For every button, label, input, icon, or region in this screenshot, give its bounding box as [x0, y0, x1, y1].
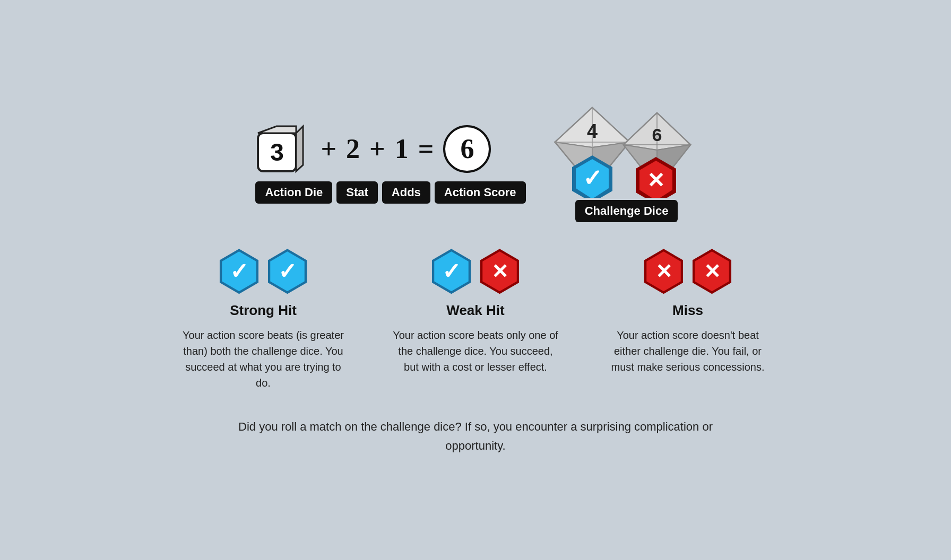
results-section: ✓ ✓ Strong Hit Your action score beats (…	[104, 249, 847, 391]
miss-icon-1: ✕	[641, 249, 686, 294]
challenge-die-2-svg: 6 ✕	[619, 110, 696, 198]
svg-text:4: 4	[587, 120, 598, 142]
plus-operator-2: +	[369, 133, 385, 164]
formula-section: 3 + 2 + 1 = 6 Action Die Stat	[255, 105, 695, 222]
strong-hit-title: Strong Hit	[230, 302, 297, 319]
svg-text:✕: ✕	[647, 169, 665, 192]
miss-column: ✕ ✕ Miss Your action score doesn't beat …	[603, 249, 773, 375]
svg-text:6: 6	[652, 125, 662, 145]
adds-number: 1	[395, 133, 409, 164]
weak-hit-icon-2: ✕	[477, 249, 522, 294]
stat-label: Stat	[336, 181, 378, 204]
main-container: 3 + 2 + 1 = 6 Action Die Stat	[104, 105, 847, 454]
weak-hit-icon-1: ✓	[429, 249, 474, 294]
stat-number: 2	[346, 133, 360, 164]
formula-row: 3 + 2 + 1 = 6	[255, 124, 491, 174]
action-score-value: 6	[460, 133, 474, 164]
weak-hit-title: Weak Hit	[446, 302, 504, 319]
labels-row: Action Die Stat Adds Action Score	[255, 181, 525, 204]
weak-hit-column: ✓ ✕ Weak Hit Your action score beats onl…	[391, 249, 560, 375]
strong-hit-icons: ✓ ✓	[217, 249, 310, 294]
challenge-dice-area: 4 ✓	[552, 105, 696, 222]
strong-hit-icon-1: ✓	[217, 249, 262, 294]
strong-hit-column: ✓ ✓ Strong Hit Your action score beats (…	[178, 249, 348, 391]
formula-and-labels: 3 + 2 + 1 = 6 Action Die Stat	[255, 124, 525, 204]
action-score-circle: 6	[443, 125, 491, 173]
miss-title: Miss	[672, 302, 703, 319]
action-score-label: Action Score	[435, 181, 526, 204]
strong-hit-icon-2: ✓	[265, 249, 310, 294]
svg-marker-2	[296, 126, 303, 171]
miss-icon-2: ✕	[689, 249, 734, 294]
top-section: 3 + 2 + 1 = 6 Action Die Stat	[255, 105, 695, 222]
match-note: Did you roll a match on the challenge di…	[237, 417, 714, 454]
action-die-wrapper: 3	[255, 124, 311, 174]
action-die-cube-svg: 3	[255, 124, 311, 174]
miss-description: Your action score doesn't beat either ch…	[603, 327, 773, 375]
svg-text:✓: ✓	[582, 165, 602, 191]
weak-hit-icons: ✓ ✕	[429, 249, 522, 294]
svg-marker-1	[258, 126, 296, 133]
equals-sign: =	[418, 133, 434, 164]
weak-hit-description: Your action score beats only one of the …	[391, 327, 560, 375]
challenge-dice-label: Challenge Dice	[575, 200, 678, 222]
action-die-label: Action Die	[255, 181, 332, 204]
plus-operator-1: +	[321, 133, 336, 164]
adds-label: Adds	[382, 181, 430, 204]
miss-icons: ✕ ✕	[641, 249, 734, 294]
strong-hit-description: Your action score beats (is greater than…	[178, 327, 348, 391]
svg-text:3: 3	[271, 138, 284, 166]
